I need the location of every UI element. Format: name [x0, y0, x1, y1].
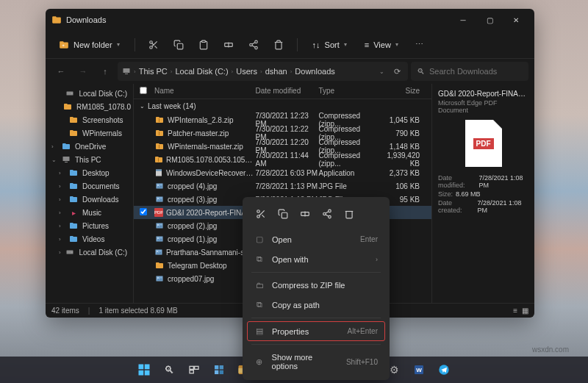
ctx-copy-as-path[interactable]: ⧉Copy as path — [247, 295, 385, 315]
sidebar-item[interactable]: RM1085_1078.0 — [46, 100, 133, 113]
svg-point-9 — [254, 40, 257, 43]
task-view-icon[interactable] — [184, 359, 204, 380]
svg-point-31 — [157, 198, 159, 199]
svg-point-40 — [257, 210, 260, 213]
file-row[interactable]: RM1085.1078.0053.10586.13169.12742...7/3… — [134, 153, 431, 166]
sidebar-item[interactable]: ›Local Disk (C:) — [46, 246, 133, 259]
crumb[interactable]: Local Disk (C:) — [175, 67, 228, 76]
svg-line-4 — [151, 43, 153, 44]
svg-point-48 — [323, 212, 326, 215]
svg-rect-57 — [195, 366, 198, 369]
svg-rect-14 — [123, 68, 130, 73]
sort-button[interactable]: ↑↓ Sort ▾ — [306, 37, 353, 52]
ctx-cut-button[interactable] — [251, 204, 270, 223]
widgets-icon[interactable] — [209, 359, 229, 380]
breadcrumb[interactable]: › This PC› Local Disk (C:)› Users› dshan… — [118, 62, 408, 81]
sidebar-item[interactable]: ⌄This PC — [46, 153, 133, 166]
col-date[interactable]: Date modified — [256, 87, 319, 96]
watermark: wsxdn.com — [532, 346, 569, 354]
sidebar-item[interactable]: ›Videos — [46, 232, 133, 246]
ctx-copy-button[interactable] — [273, 204, 293, 223]
svg-rect-27 — [156, 170, 162, 171]
svg-rect-61 — [215, 371, 218, 374]
close-button[interactable]: ✕ — [503, 11, 528, 29]
copy-button[interactable] — [169, 35, 188, 54]
ctx-share-button[interactable] — [318, 204, 337, 223]
sidebar-item[interactable]: ›▸Music — [46, 206, 133, 219]
crumb[interactable]: Users — [236, 67, 257, 76]
col-type[interactable]: Type — [318, 87, 381, 96]
svg-line-12 — [252, 45, 255, 46]
cut-button[interactable] — [144, 35, 163, 54]
context-menu: ▢OpenEnter⧉Open with›🗀Compress to ZIP fi… — [243, 197, 390, 380]
refresh-button[interactable]: ⟳ — [390, 67, 404, 76]
crumb[interactable]: Downloads — [295, 67, 334, 76]
sidebar-item[interactable]: ›OneDrive — [46, 140, 133, 153]
ctx-open[interactable]: ▢OpenEnter — [247, 229, 385, 249]
sidebar-item[interactable]: ›Pictures — [46, 219, 133, 232]
crumb[interactable]: dshan — [265, 67, 287, 76]
svg-point-21 — [72, 252, 73, 253]
window-title: Downloads — [66, 15, 451, 24]
svg-rect-25 — [158, 158, 159, 162]
sidebar[interactable]: Local Disk (C:)RM1085_1078.0ScreenshotsW… — [46, 84, 134, 303]
view-details-icon[interactable]: ≡ — [513, 307, 517, 315]
svg-rect-62 — [220, 371, 223, 374]
search-input[interactable] — [429, 67, 523, 76]
col-size[interactable]: Size — [381, 87, 426, 96]
delete-button[interactable] — [269, 35, 288, 54]
pdf-thumbnail: PDF — [465, 120, 502, 167]
maximize-button[interactable]: ▢ — [477, 11, 502, 29]
paste-button[interactable] — [194, 35, 213, 54]
back-button[interactable]: ← — [51, 62, 71, 81]
up-button[interactable]: ↑ — [96, 62, 115, 81]
sidebar-item[interactable]: Local Disk (C:) — [46, 87, 133, 100]
word-icon[interactable]: W — [409, 359, 429, 380]
ctx-compress-to-zip-file[interactable]: 🗀Compress to ZIP file — [247, 276, 385, 295]
file-row[interactable]: cropped (4).jpg7/28/2021 1:13 PMJPG File… — [134, 179, 431, 193]
file-row[interactable]: WindowsDeviceRecoveryToolInstaller (...7… — [134, 166, 431, 179]
ctx-open-with[interactable]: ⧉Open with› — [247, 249, 385, 269]
preview-subtitle: Microsoft Edge PDF Document — [438, 99, 528, 114]
ctx-delete-button[interactable] — [340, 204, 359, 223]
new-folder-icon — [59, 40, 69, 50]
view-button[interactable]: ≡ View ▾ — [359, 37, 404, 52]
svg-text:W: W — [416, 367, 422, 373]
minimize-button[interactable]: ─ — [451, 11, 476, 29]
nav-row: ← → ↑ › This PC› Local Disk (C:)› Users›… — [46, 59, 534, 84]
ctx-rename-button[interactable] — [295, 204, 315, 223]
start-button[interactable] — [134, 359, 154, 380]
sidebar-item[interactable]: ›Documents — [46, 179, 133, 193]
ctx-properties[interactable]: ▤PropertiesAlt+Enter — [247, 321, 385, 341]
toolbar: New folder ▾ ↑↓ Sort ▾ ≡ View ▾ ⋯ — [46, 31, 534, 59]
sidebar-item[interactable]: ›Downloads — [46, 193, 133, 206]
svg-point-47 — [329, 210, 331, 212]
sidebar-item[interactable]: WPinternals — [46, 126, 133, 140]
crumb[interactable]: This PC — [139, 67, 168, 76]
search-box[interactable]: 🔍︎ — [411, 62, 528, 81]
sidebar-item[interactable]: ›Desktop — [46, 166, 133, 179]
search-taskbar-icon[interactable]: 🔍︎ — [159, 359, 179, 380]
forward-button[interactable]: → — [74, 62, 93, 81]
svg-point-0 — [149, 40, 152, 43]
share-button[interactable] — [244, 35, 263, 54]
column-headers[interactable]: Name Date modified Type Size — [134, 84, 431, 99]
svg-line-3 — [154, 46, 157, 48]
more-button[interactable]: ⋯ — [410, 35, 429, 54]
col-name[interactable]: Name — [154, 87, 256, 96]
svg-point-35 — [157, 237, 159, 239]
telegram-icon[interactable] — [434, 359, 454, 380]
svg-point-17 — [72, 93, 73, 94]
sidebar-item[interactable]: Screenshots — [46, 113, 133, 126]
ctx-show-more-options[interactable]: ⊕Show more optionsShift+F10 — [247, 348, 385, 376]
select-all-checkbox[interactable] — [140, 87, 147, 94]
new-folder-button[interactable]: New folder ▾ — [53, 37, 126, 53]
svg-rect-22 — [159, 118, 159, 122]
view-thumbnails-icon[interactable]: ▦ — [522, 307, 528, 315]
svg-point-33 — [157, 224, 159, 226]
titlebar[interactable]: Downloads ─ ▢ ✕ — [46, 9, 534, 31]
svg-point-49 — [329, 215, 331, 218]
rename-button[interactable] — [219, 35, 238, 54]
folder-icon — [51, 15, 62, 25]
svg-line-13 — [252, 42, 255, 43]
